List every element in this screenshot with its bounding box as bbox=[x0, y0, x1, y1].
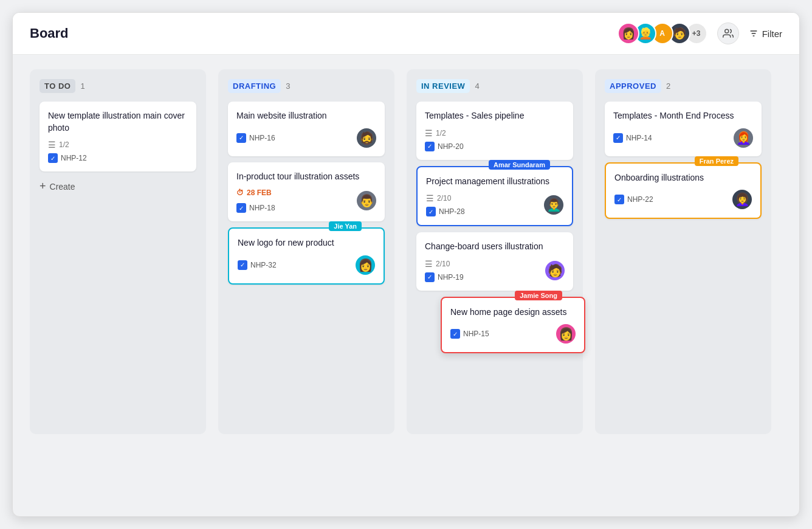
checkbox-nhp14: ✓ bbox=[613, 133, 623, 143]
card-id-nhp19: ✓ NHP-19 bbox=[425, 272, 464, 282]
checkbox-nhp16: ✓ bbox=[236, 133, 246, 143]
column-count-inreview: 4 bbox=[475, 81, 479, 91]
checkbox-nhp18: ✓ bbox=[236, 203, 246, 213]
card-id-nhp18: ✓ NHP-18 bbox=[236, 203, 275, 213]
filter-icon bbox=[749, 29, 759, 38]
card-avatar-nhp14: 👩‍🦰 bbox=[734, 128, 753, 148]
card-meta-nhp16: ✓ NHP-16 🧔 bbox=[236, 128, 376, 148]
card-title-nhp12: New template illustration main cover pho… bbox=[48, 110, 188, 134]
svg-point-0 bbox=[724, 29, 728, 33]
header: Board 👩 👱 A 🧑 +3 bbox=[13, 13, 799, 55]
checklist-icon-nhp19: ☰ bbox=[425, 259, 433, 269]
column-label-drafting: DRAFTING bbox=[228, 79, 281, 93]
card-avatar-nhp22: 👩‍🦱 bbox=[732, 190, 752, 209]
column-count-drafting: 3 bbox=[286, 81, 290, 91]
card-id-nhp28: ✓ NHP-28 bbox=[426, 207, 465, 216]
card-left-nhp18: ⏱ 28 FEB ✓ NHP-18 bbox=[236, 188, 275, 213]
checkbox-nhp22: ✓ bbox=[614, 195, 624, 204]
checklist-icon-nhp20: ☰ bbox=[425, 128, 433, 138]
card-avatar-nhp28: 👨‍🦱 bbox=[544, 195, 563, 215]
card-meta-nhp19: ☰ 2/10 ✓ NHP-19 🧑 bbox=[425, 259, 565, 282]
card-id-nhp32: ✓ NHP-32 bbox=[238, 260, 277, 270]
name-badge-nhp15: Jamie Song bbox=[515, 291, 562, 300]
card-avatar-nhp16: 🧔 bbox=[357, 128, 376, 148]
card-avatar-nhp32: 👩 bbox=[356, 255, 375, 275]
card-meta-nhp15: ✓ NHP-15 👩 bbox=[450, 324, 576, 344]
card-avatar-nhp19: 🧑 bbox=[545, 261, 565, 280]
column-inreview: IN REVIEW 4 Templates - Sales pipeline ☰… bbox=[407, 69, 583, 434]
checkbox-nhp19: ✓ bbox=[425, 272, 435, 282]
card-meta-nhp22: ✓ NHP-22 👩‍🦱 bbox=[614, 190, 752, 209]
card-title-nhp20: Templates - Sales pipeline bbox=[425, 110, 565, 122]
clock-icon: ⏱ bbox=[236, 188, 244, 197]
name-badge-nhp22: Fran Perez bbox=[695, 156, 738, 166]
column-approved: APPROVED 2 Templates - Month End Process… bbox=[595, 69, 771, 434]
checklist-icon-nhp28: ☰ bbox=[426, 193, 434, 203]
column-label-todo: TO DO bbox=[40, 79, 75, 93]
card-left-nhp22: ✓ NHP-22 bbox=[614, 195, 653, 204]
column-header-inreview: IN REVIEW 4 bbox=[416, 79, 573, 93]
card-id-nhp20: ✓ NHP-20 bbox=[425, 142, 464, 151]
card-meta-nhp12: ☰ 1/2 ✓ NHP-12 bbox=[48, 140, 188, 163]
checkbox-nhp28: ✓ bbox=[426, 207, 436, 216]
card-left-nhp19: ☰ 2/10 ✓ NHP-19 bbox=[425, 259, 464, 282]
card-id-nhp16: ✓ NHP-16 bbox=[236, 133, 275, 143]
name-badge-nhp32: Jie Yan bbox=[329, 221, 362, 231]
card-nhp20[interactable]: Templates - Sales pipeline ☰ 1/2 ✓ NHP-2… bbox=[416, 102, 573, 160]
column-count-approved: 2 bbox=[666, 81, 670, 91]
checklist-icon: ☰ bbox=[48, 140, 56, 150]
avatar-1[interactable]: 👩 bbox=[618, 22, 639, 44]
card-title-nhp22: Onboarding illustrations bbox=[614, 172, 752, 184]
card-meta-nhp28: ☰ 2/10 ✓ NHP-28 👨‍🦱 bbox=[426, 193, 563, 216]
card-meta-nhp32: ✓ NHP-32 👩 bbox=[238, 255, 375, 275]
column-todo: TO DO 1 New template illustration main c… bbox=[30, 69, 206, 434]
card-avatar-nhp18: 👨 bbox=[357, 191, 376, 210]
avatar-group: 👩 👱 A 🧑 +3 bbox=[618, 22, 707, 44]
column-header-drafting: DRAFTING 3 bbox=[228, 79, 385, 93]
column-label-approved: APPROVED bbox=[605, 79, 661, 93]
card-title-nhp14: Templates - Month End Process bbox=[613, 110, 753, 122]
card-id-nhp22: ✓ NHP-22 bbox=[614, 195, 653, 204]
card-checklist-nhp19: ☰ 2/10 bbox=[425, 259, 464, 269]
filter-button[interactable]: Filter bbox=[749, 29, 782, 39]
checkbox-nhp12: ✓ bbox=[48, 153, 58, 163]
card-avatar-nhp15: 👩 bbox=[556, 324, 576, 344]
card-title-nhp32: New logo for new product bbox=[238, 237, 375, 249]
column-label-inreview: IN REVIEW bbox=[416, 79, 470, 93]
checkbox-nhp32: ✓ bbox=[238, 260, 247, 270]
card-title-nhp28: Project management illustrations bbox=[426, 176, 563, 188]
card-meta-nhp14: ✓ NHP-14 👩‍🦰 bbox=[613, 128, 753, 148]
column-header-approved: APPROVED 2 bbox=[605, 79, 762, 93]
due-date-nhp18: ⏱ 28 FEB bbox=[236, 188, 275, 197]
card-left-nhp15: ✓ NHP-15 bbox=[450, 329, 489, 339]
card-left-nhp32: ✓ NHP-32 bbox=[238, 260, 277, 270]
card-title-nhp15: New home page design assets bbox=[450, 306, 576, 319]
plus-icon: + bbox=[40, 180, 46, 193]
card-id-nhp12: ✓ NHP-12 bbox=[48, 153, 87, 163]
card-id-nhp14: ✓ NHP-14 bbox=[613, 133, 652, 143]
card-left-nhp20: ☰ 1/2 ✓ NHP-20 bbox=[425, 128, 464, 151]
card-nhp22[interactable]: Fran Perez Onboarding illustrations ✓ NH… bbox=[605, 162, 762, 220]
card-nhp15[interactable]: Jamie Song New home page design assets ✓… bbox=[441, 297, 585, 354]
card-meta-nhp20: ☰ 1/2 ✓ NHP-20 bbox=[425, 128, 565, 151]
card-nhp12[interactable]: New template illustration main cover pho… bbox=[40, 102, 196, 171]
card-meta-nhp18: ⏱ 28 FEB ✓ NHP-18 👨 bbox=[236, 188, 376, 213]
card-checklist-nhp20: ☰ 1/2 bbox=[425, 128, 464, 138]
checkbox-nhp20: ✓ bbox=[425, 142, 435, 151]
app-window: Board 👩 👱 A 🧑 +3 bbox=[12, 12, 800, 517]
card-nhp32[interactable]: Jie Yan New logo for new product ✓ NHP-3… bbox=[228, 227, 385, 285]
name-badge-nhp28: Amar Sundaram bbox=[489, 160, 550, 170]
card-nhp28[interactable]: Amar Sundaram Project management illustr… bbox=[416, 166, 573, 227]
card-nhp16[interactable]: Main website illustration ✓ NHP-16 🧔 bbox=[228, 102, 385, 156]
people-icon-button[interactable] bbox=[717, 22, 739, 44]
card-nhp19[interactable]: Change-board users illustration ☰ 2/10 ✓… bbox=[416, 232, 573, 291]
card-nhp14[interactable]: Templates - Month End Process ✓ NHP-14 👩… bbox=[605, 102, 762, 156]
column-count-todo: 1 bbox=[80, 81, 84, 91]
checkbox-nhp15: ✓ bbox=[450, 329, 460, 339]
card-nhp18[interactable]: In-product tour illustration assets ⏱ 28… bbox=[228, 162, 385, 222]
card-id-nhp15: ✓ NHP-15 bbox=[450, 329, 489, 339]
column-drafting: DRAFTING 3 Main website illustration ✓ N… bbox=[218, 69, 394, 434]
create-button-todo[interactable]: + Create bbox=[40, 178, 75, 195]
card-left-nhp14: ✓ NHP-14 bbox=[613, 133, 652, 143]
card-title-nhp19: Change-board users illustration bbox=[425, 241, 565, 253]
